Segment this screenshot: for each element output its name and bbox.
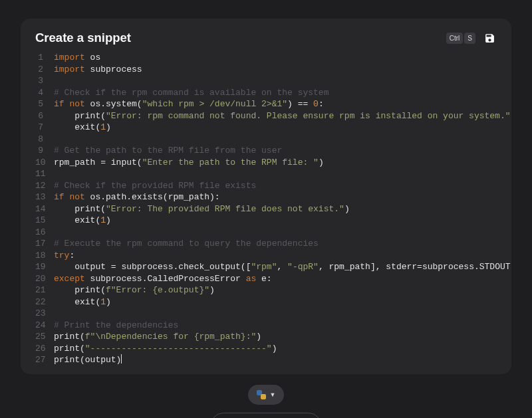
snippet-name-button[interactable]: CheckRPM [210,413,322,419]
line-number: 6 [35,110,54,122]
line-content: print("---------------------------------… [54,343,497,355]
line-content: # Execute the rpm command to query the d… [54,238,497,250]
kbd-key: Ctrl [446,33,464,44]
line-content [54,168,497,180]
line-number: 27 [35,354,54,366]
code-line: 23 [35,308,497,320]
panel-title: Create a snippet [35,31,131,45]
code-line: 1import os [35,52,497,64]
chevron-down-icon: ▼ [270,391,276,398]
line-content: exit(1) [54,296,497,308]
line-content: try: [54,250,497,262]
line-content: output = subprocess.check_output(["rpm",… [54,261,511,273]
code-line: 7 exit(1) [35,122,497,134]
line-number: 7 [35,122,54,134]
code-line: 9# Get the path to the RPM file from the… [35,145,497,157]
line-content [54,75,497,87]
save-shortcut-hint: Ctrl S [446,33,475,44]
line-content [54,134,497,146]
line-number: 12 [35,180,54,192]
line-content [54,308,497,320]
line-number: 26 [35,343,54,355]
text-cursor [121,354,122,364]
code-line: 2import subprocess [35,64,497,76]
line-number: 24 [35,320,54,332]
line-content: exit(1) [54,215,497,227]
line-content: print(f"\nDependencies for {rpm_path}:") [54,331,497,343]
code-line: 14 print("Error: The provided RPM file d… [35,203,497,215]
line-number: 14 [35,203,54,215]
line-content: # Check if the provided RPM file exists [54,180,497,192]
python-icon [257,390,266,399]
line-content: # Get the path to the RPM file from the … [54,145,497,157]
line-content: import os [54,52,497,64]
line-number: 13 [35,191,54,203]
code-line: 16 [35,227,497,239]
code-line: 24# Print the dependencies [35,320,497,332]
line-number: 25 [35,331,54,343]
line-content: if not os.path.exists(rpm_path): [54,191,497,203]
panel-header: Create a snippet Ctrl S [21,31,511,52]
code-line: 8 [35,134,497,146]
line-number: 4 [35,87,54,99]
code-line: 15 exit(1) [35,215,497,227]
line-number: 20 [35,273,54,285]
line-content: if not os.system("which rpm > /dev/null … [54,98,497,110]
line-content: exit(1) [54,122,497,134]
code-line: 18try: [35,250,497,262]
line-number: 23 [35,308,54,320]
code-editor[interactable]: 1import os2import subprocess34# Check if… [21,52,511,366]
line-number: 15 [35,215,54,227]
code-line: 10rpm_path = input("Enter the path to th… [35,157,497,169]
snippet-editor-panel: Create a snippet Ctrl S 1import os2impor… [21,19,511,374]
code-line: 17# Execute the rpm command to query the… [35,238,497,250]
line-number: 10 [35,157,54,169]
line-number: 8 [35,134,54,146]
code-line: 25print(f"\nDependencies for {rpm_path}:… [35,331,497,343]
line-content: # Check if the rpm command is available … [54,87,497,99]
line-number: 3 [35,75,54,87]
line-content: print("Error: The provided RPM file does… [54,203,497,215]
line-content: print(output) [54,354,497,366]
line-number: 2 [35,64,54,76]
code-line: 6 print("Error: rpm command not found. P… [35,110,497,122]
code-line: 22 exit(1) [35,296,497,308]
line-number: 5 [35,98,54,110]
line-content: # Print the dependencies [54,320,497,332]
line-number: 18 [35,250,54,262]
line-number: 21 [35,284,54,296]
line-number: 22 [35,296,54,308]
code-line: 12# Check if the provided RPM file exist… [35,180,497,192]
save-icon [484,33,495,44]
code-line: 4# Check if the rpm command is available… [35,87,497,99]
code-line: 20except subprocess.CalledProcessError a… [35,273,497,285]
code-line: 27print(output) [35,354,497,366]
code-line: 21 print(f"Error: {e.output}") [35,284,497,296]
code-line: 11 [35,168,497,180]
code-line: 3 [35,75,497,87]
language-selector[interactable]: ▼ [248,385,285,405]
line-content: print(f"Error: {e.output}") [54,284,497,296]
save-button[interactable] [482,31,497,45]
line-content: print("Error: rpm command not found. Ple… [54,110,511,122]
line-number: 11 [35,168,54,180]
line-content [54,227,497,239]
line-number: 17 [35,238,54,250]
header-actions: Ctrl S [446,31,497,45]
code-line: 5if not os.system("which rpm > /dev/null… [35,98,497,110]
line-number: 16 [35,227,54,239]
footer-controls: ▼ CheckRPM [0,385,532,419]
kbd-key: S [464,33,475,44]
line-number: 9 [35,145,54,157]
line-content: rpm_path = input("Enter the path to the … [54,157,497,169]
code-line: 13if not os.path.exists(rpm_path): [35,191,497,203]
code-line: 26print("-------------------------------… [35,343,497,355]
line-number: 1 [35,52,54,64]
line-content: import subprocess [54,64,497,76]
line-content: except subprocess.CalledProcessError as … [54,273,497,285]
code-line: 19 output = subprocess.check_output(["rp… [35,261,497,273]
line-number: 19 [35,261,54,273]
